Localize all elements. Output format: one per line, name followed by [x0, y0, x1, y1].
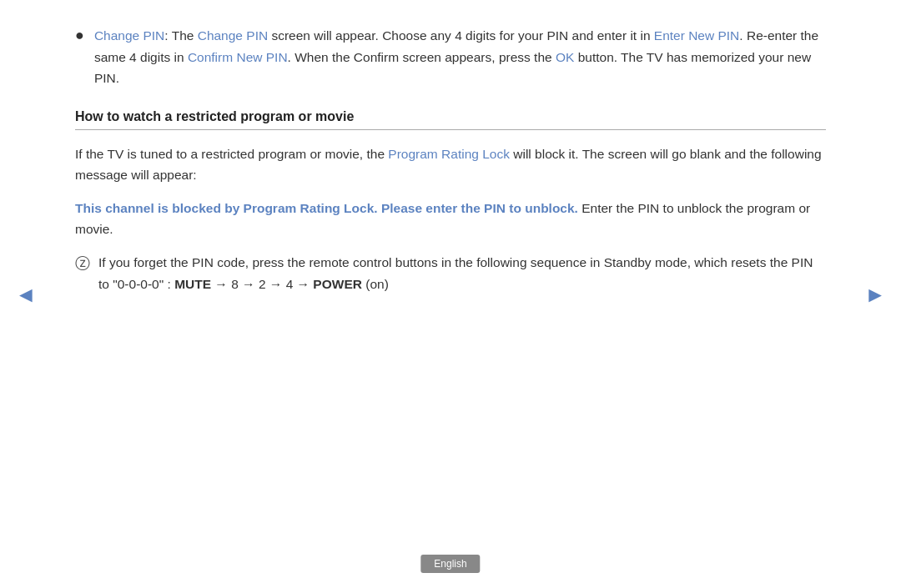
program-rating-lock-link[interactable]: Program Rating Lock [388, 147, 510, 161]
ok-link[interactable]: OK [556, 50, 574, 64]
note-on: (on) [362, 277, 389, 291]
highlighted-text: This channel is blocked by Program Ratin… [75, 201, 578, 215]
bullet-text-4: . When the Confirm screen appears, press… [288, 50, 556, 64]
change-pin-link2[interactable]: Change PIN [198, 28, 268, 43]
paragraph-1: If the TV is tuned to a restricted progr… [75, 143, 826, 186]
note-section: ⓩ If you forget the PIN code, press the … [75, 252, 826, 294]
note-text: If you forget the PIN code, press the re… [98, 252, 826, 294]
note-mute: MUTE [174, 277, 211, 291]
bullet-text-colon: : The [164, 28, 197, 43]
change-pin-link1[interactable]: Change PIN [94, 28, 164, 43]
bullet-dot: ● [75, 27, 84, 44]
note-power: POWER [313, 277, 362, 291]
bullet-text-2: screen will appear. Choose any 4 digits … [268, 28, 654, 43]
enter-new-pin-link[interactable]: Enter New PIN [654, 28, 740, 43]
confirm-new-pin-link[interactable]: Confirm New PIN [188, 50, 288, 64]
bullet-text: Change PIN: The Change PIN screen will a… [94, 25, 826, 89]
page-container: ● Change PIN: The Change PIN screen will… [0, 0, 901, 588]
section-heading: How to watch a restricted program or mov… [75, 109, 826, 130]
note-arrow1: → 8 → 2 → 4 → [211, 277, 313, 291]
bullet-section: ● Change PIN: The Change PIN screen will… [75, 25, 826, 89]
highlighted-paragraph: This channel is blocked by Program Ratin… [75, 198, 826, 240]
language-badge: English [420, 555, 480, 573]
content-area: ● Change PIN: The Change PIN screen will… [75, 25, 826, 294]
para1-text1: If the TV is tuned to a restricted progr… [75, 147, 388, 161]
note-icon: ⓩ [75, 254, 90, 274]
